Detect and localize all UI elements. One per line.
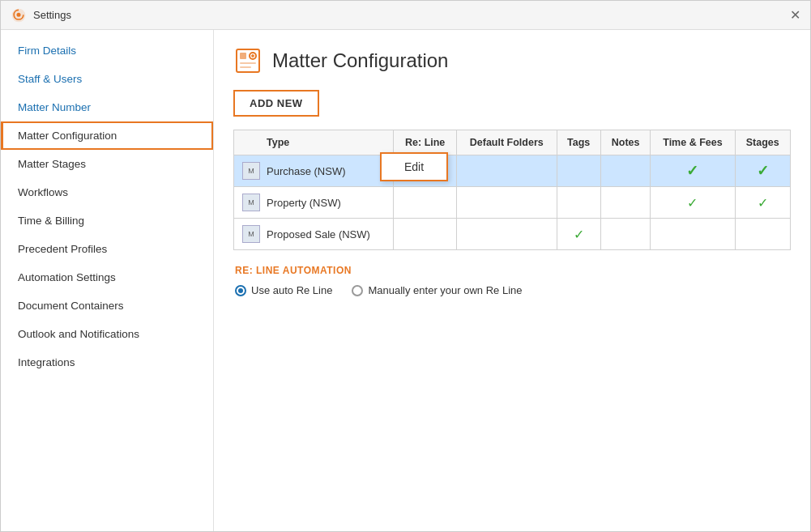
sidebar-label-automation-settings: Automation Settings [18, 271, 116, 283]
radio-auto[interactable] [235, 285, 246, 296]
close-button[interactable]: ✕ [790, 9, 800, 22]
row-notes-1 [600, 155, 650, 187]
app-logo [11, 7, 27, 23]
row-tags-1 [557, 155, 600, 187]
sidebar-label-document-containers: Document Containers [18, 300, 124, 312]
col-header-reline: Re: Line [394, 130, 457, 155]
reline-option-auto-label: Use auto Re Line [251, 284, 332, 296]
row-stages-3 [735, 219, 790, 250]
sidebar-label-precedent-profiles: Precedent Profiles [18, 243, 107, 255]
row-timefees-2: ✓ [651, 187, 735, 219]
row-folders-1 [456, 155, 557, 187]
reline-option-manual-label: Manually enter your own Re Line [368, 284, 522, 296]
type-icon: M [242, 194, 260, 211]
sidebar-label-staff-users: Staff & Users [18, 73, 82, 85]
type-icon: M [242, 162, 260, 180]
sidebar-label-matter-number: Matter Number [18, 101, 91, 113]
svg-rect-2 [237, 49, 259, 72]
row-notes-3 [600, 219, 650, 250]
sidebar-label-workflows: Workflows [18, 186, 68, 198]
sidebar-item-staff-users[interactable]: Staff & Users [1, 65, 213, 93]
main-content: Firm Details Staff & Users Matter Number… [1, 30, 810, 531]
col-header-timefees: Time & Fees [651, 130, 735, 155]
reline-options: Use auto Re Line Manually enter your own… [235, 284, 789, 296]
row-type-purchase: Purchase (NSW) [267, 165, 346, 177]
col-header-folders: Default Folders [456, 130, 557, 155]
svg-rect-8 [240, 66, 251, 68]
matter-config-icon [233, 46, 263, 75]
sidebar-item-matter-stages[interactable]: Matter Stages [1, 150, 213, 178]
title-bar: Settings ✕ [1, 1, 810, 30]
reline-option-auto[interactable]: Use auto Re Line [235, 284, 332, 296]
reline-section: RE: LINE AUTOMATION Use auto Re Line Man… [233, 265, 791, 296]
table-row[interactable]: M Purchase (NSW) Edit ✓ [234, 155, 791, 187]
sidebar-item-time-billing[interactable]: Time & Billing [1, 206, 213, 235]
table-row[interactable]: M Proposed Sale (NSW) ✓ [234, 219, 791, 250]
row-stages-2: ✓ [735, 187, 790, 219]
page-title: Matter Configuration [272, 49, 448, 72]
radio-manual[interactable] [352, 285, 363, 296]
sidebar-item-workflows[interactable]: Workflows [1, 178, 213, 206]
row-timefees-3 [651, 219, 735, 250]
sidebar-label-time-billing: Time & Billing [18, 215, 84, 227]
row-type-property: Property (NSW) [267, 197, 341, 209]
check-icon-timefees-2: ✓ [687, 196, 698, 210]
sidebar-label-matter-configuration: Matter Configuration [18, 130, 117, 142]
check-icon-stages-2: ✓ [758, 196, 768, 210]
sidebar-item-precedent-profiles[interactable]: Precedent Profiles [1, 235, 213, 263]
sidebar-item-automation-settings[interactable]: Automation Settings [1, 263, 213, 292]
sidebar-item-integrations[interactable]: Integrations [1, 348, 213, 377]
add-new-button[interactable]: ADD NEW [233, 90, 319, 117]
check-icon-tags-3: ✓ [574, 228, 584, 241]
col-header-type: Type [234, 130, 394, 155]
row-timefees-1: ✓ [651, 155, 735, 187]
check-icon-timefees-1: ✓ [686, 163, 698, 179]
row-folders-2 [456, 187, 557, 219]
settings-window: Settings ✕ Firm Details Staff & Users Ma… [0, 0, 811, 532]
reline-option-manual[interactable]: Manually enter your own Re Line [352, 284, 522, 296]
type-icon: M [242, 225, 260, 243]
config-table: Type Re: Line Default Folders Tags Notes… [233, 130, 791, 250]
edit-popup[interactable]: Edit [380, 152, 448, 181]
sidebar-label-outlook-notifications: Outlook and Notifications [18, 328, 139, 340]
sidebar-item-matter-configuration[interactable]: Matter Configuration [1, 121, 213, 150]
sidebar-item-outlook-notifications[interactable]: Outlook and Notifications [1, 320, 213, 348]
reline-section-label: RE: LINE AUTOMATION [235, 265, 789, 276]
col-header-tags: Tags [557, 130, 600, 155]
check-icon-stages-1: ✓ [757, 163, 769, 179]
window-title: Settings [33, 9, 790, 21]
col-header-stages: Stages [735, 130, 790, 155]
svg-rect-3 [240, 53, 246, 59]
svg-rect-7 [240, 62, 256, 64]
row-reline-2 [394, 187, 457, 219]
sidebar-item-matter-number[interactable]: Matter Number [1, 93, 213, 121]
row-stages-1: ✓ [735, 155, 790, 187]
row-notes-2 [600, 187, 650, 219]
row-type-proposed: Proposed Sale (NSW) [267, 228, 370, 240]
sidebar-item-firm-details[interactable]: Firm Details [1, 36, 213, 65]
row-folders-3 [456, 219, 557, 250]
row-tags-3: ✓ [557, 219, 600, 250]
svg-point-1 [17, 12, 21, 16]
sidebar-label-firm-details: Firm Details [18, 45, 76, 57]
sidebar: Firm Details Staff & Users Matter Number… [1, 30, 214, 531]
page-header: Matter Configuration [233, 46, 791, 75]
row-tags-2 [557, 187, 600, 219]
content-area: Matter Configuration ADD NEW Type Re: Li… [214, 30, 810, 531]
table-row[interactable]: M Property (NSW) ✓ ✓ [234, 187, 791, 219]
radio-inner-auto [238, 288, 243, 293]
col-header-notes: Notes [600, 130, 650, 155]
sidebar-item-document-containers[interactable]: Document Containers [1, 292, 213, 320]
sidebar-label-matter-stages: Matter Stages [18, 158, 86, 170]
row-reline-3 [394, 219, 457, 250]
sidebar-label-integrations: Integrations [18, 356, 75, 368]
